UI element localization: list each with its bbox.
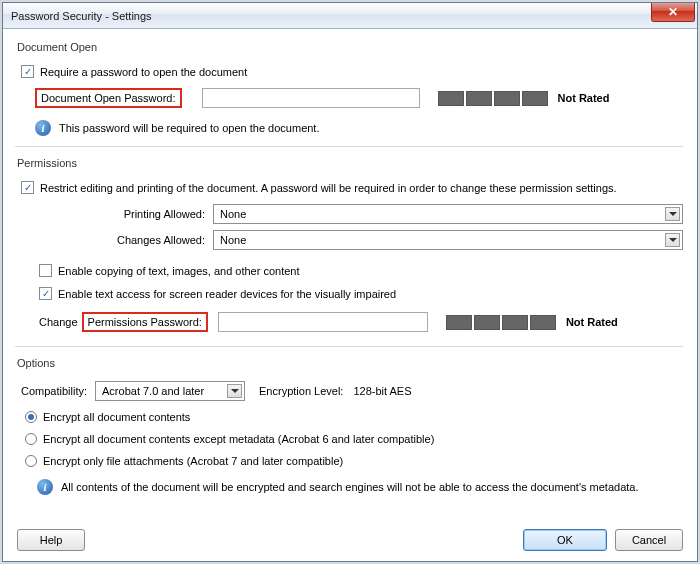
- restrict-editing-checkbox[interactable]: [21, 181, 34, 194]
- info-icon: i: [35, 120, 51, 136]
- help-button[interactable]: Help: [17, 529, 85, 551]
- enable-copying-label: Enable copying of text, images, and othe…: [58, 265, 300, 277]
- encrypt-attachments-radio[interactable]: [25, 455, 37, 467]
- compatibility-label: Compatibility:: [21, 385, 87, 397]
- titlebar: Password Security - Settings ✕: [3, 3, 697, 29]
- changes-allowed-label: Changes Allowed:: [35, 234, 205, 246]
- enable-screen-reader-checkbox[interactable]: [39, 287, 52, 300]
- encryption-level-value: 128-bit AES: [353, 385, 411, 397]
- enable-copying-checkbox[interactable]: [39, 264, 52, 277]
- enable-screen-reader-label: Enable text access for screen reader dev…: [58, 288, 396, 300]
- require-open-password-label: Require a password to open the document: [40, 66, 247, 78]
- chevron-down-icon: [227, 384, 242, 398]
- encryption-level-label: Encryption Level:: [259, 385, 343, 397]
- encrypt-attachments-label: Encrypt only file attachments (Acrobat 7…: [43, 455, 343, 467]
- encrypt-all-label: Encrypt all document contents: [43, 411, 190, 423]
- change-permissions-password-input[interactable]: [218, 312, 428, 332]
- info-icon: i: [37, 479, 53, 495]
- dialog: Password Security - Settings ✕ Document …: [2, 2, 698, 562]
- changes-allowed-select[interactable]: None: [213, 230, 683, 250]
- chevron-down-icon: [665, 233, 680, 247]
- printing-allowed-value: None: [220, 208, 246, 220]
- printing-allowed-label: Printing Allowed:: [35, 208, 205, 220]
- group-permissions-title: Permissions: [17, 157, 683, 169]
- password-strength-rating: Not Rated: [558, 92, 610, 104]
- encryption-info-text: All contents of the document will be enc…: [61, 481, 639, 493]
- restrict-editing-label: Restrict editing and printing of the doc…: [40, 182, 617, 194]
- chevron-down-icon: [665, 207, 680, 221]
- encrypt-except-metadata-radio[interactable]: [25, 433, 37, 445]
- printing-allowed-select[interactable]: None: [213, 204, 683, 224]
- window-title: Password Security - Settings: [11, 10, 152, 22]
- ok-button[interactable]: OK: [523, 529, 607, 551]
- group-document-open-title: Document Open: [17, 41, 683, 53]
- cancel-button[interactable]: Cancel: [615, 529, 683, 551]
- permissions-password-strength-meter: [446, 315, 556, 330]
- require-open-password-checkbox[interactable]: [21, 65, 34, 78]
- compatibility-value: Acrobat 7.0 and later: [102, 385, 204, 397]
- close-icon[interactable]: ✕: [651, 3, 695, 22]
- encrypt-all-radio[interactable]: [25, 411, 37, 423]
- encrypt-except-metadata-label: Encrypt all document contents except met…: [43, 433, 434, 445]
- change-permissions-password-prefix: Change: [39, 316, 78, 328]
- change-permissions-password-label: Permissions Password:: [88, 316, 202, 328]
- permissions-password-strength-rating: Not Rated: [566, 316, 618, 328]
- group-options-title: Options: [17, 357, 683, 369]
- changes-allowed-value: None: [220, 234, 246, 246]
- password-strength-meter: [438, 91, 548, 106]
- document-open-password-label: Document Open Password:: [41, 92, 176, 104]
- compatibility-select[interactable]: Acrobat 7.0 and later: [95, 381, 245, 401]
- content: Document Open Require a password to open…: [3, 29, 697, 561]
- document-open-password-input[interactable]: [202, 88, 420, 108]
- open-password-info-text: This password will be required to open t…: [59, 122, 319, 134]
